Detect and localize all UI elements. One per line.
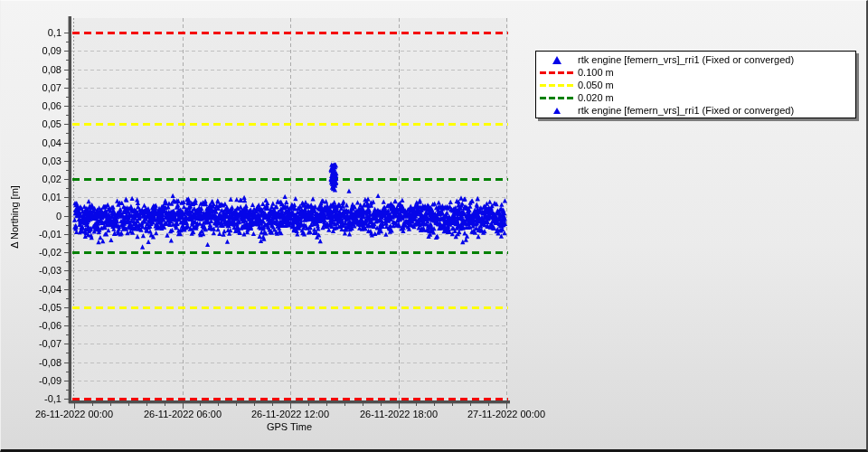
- legend: rtk engine [femern_vrs]_rri1 (Fixed or c…: [535, 51, 856, 118]
- dash-line-icon: [540, 84, 574, 87]
- legend-marker-cell: [536, 108, 578, 114]
- legend-entry: 0.020 m: [536, 91, 855, 104]
- legend-marker-cell: [536, 84, 578, 87]
- legend-marker-cell: [536, 56, 578, 64]
- legend-entry: rtk engine [femern_vrs]_rri1 (Fixed or c…: [536, 104, 855, 117]
- legend-marker-cell: [536, 71, 578, 74]
- dash-line-icon: [540, 97, 574, 99]
- triangle-marker-icon: [553, 108, 561, 114]
- legend-marker-cell: [536, 97, 578, 99]
- legend-entry-label: 0.020 m: [578, 92, 614, 104]
- legend-entry: rtk engine [femern_vrs]_rri1 (Fixed or c…: [536, 53, 855, 66]
- dash-line-icon: [540, 71, 574, 74]
- legend-entry-label: rtk engine [femern_vrs]_rri1 (Fixed or c…: [578, 54, 794, 66]
- legend-entry: 0.050 m: [536, 79, 855, 91]
- triangle-marker-icon: [552, 56, 561, 64]
- legend-entry-label: rtk engine [femern_vrs]_rri1 (Fixed or c…: [578, 105, 794, 117]
- chart-panel: Δ Northing [m] GPS Time 0,10,090,080,070…: [0, 0, 868, 452]
- legend-entry-label: 0.100 m: [578, 67, 614, 79]
- legend-entry: 0.100 m: [536, 66, 855, 79]
- legend-entry-label: 0.050 m: [578, 80, 614, 91]
